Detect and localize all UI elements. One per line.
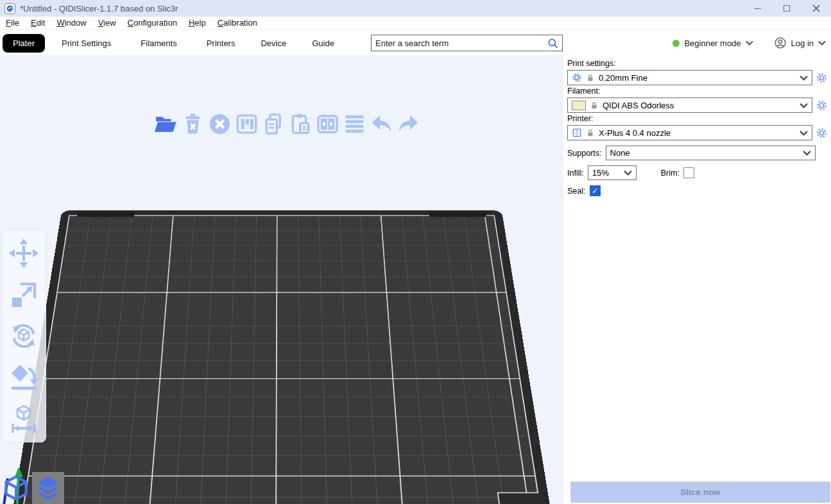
- print-settings-label: Print settings:: [567, 59, 827, 68]
- seal-checkbox[interactable]: ✓: [590, 185, 601, 196]
- chevron-down-icon: [800, 103, 808, 108]
- chevron-down-icon[interactable]: [818, 40, 826, 46]
- brim-label: Brim:: [661, 169, 680, 178]
- delete-icon[interactable]: [180, 111, 206, 137]
- plater-toolbar: [153, 111, 422, 137]
- bed-clip-right: [429, 212, 486, 217]
- paste-icon[interactable]: [287, 111, 314, 137]
- tab-printers[interactable]: Printers: [207, 38, 236, 48]
- slice-now-button[interactable]: Slice now: [570, 482, 830, 503]
- search-input[interactable]: [372, 38, 547, 48]
- printer-value: X-Plus 4 0.4 nozzle: [599, 128, 796, 138]
- chevron-down-icon: [624, 170, 632, 176]
- chevron-down-icon: [800, 130, 808, 136]
- preview-icon[interactable]: [32, 472, 64, 504]
- lock-icon: [586, 73, 595, 83]
- move-icon[interactable]: [6, 236, 41, 271]
- login-button[interactable]: Log in: [791, 38, 814, 48]
- supports-label: Supports:: [567, 149, 602, 158]
- chevron-down-icon: [800, 75, 808, 81]
- measure-icon[interactable]: [6, 401, 41, 436]
- lock-icon: [590, 101, 599, 110]
- print-settings-combo[interactable]: 0.20mm Fine: [567, 70, 812, 85]
- maximize-icon[interactable]: [772, 0, 801, 17]
- minimize-icon[interactable]: [742, 0, 772, 17]
- print-settings-gear-button[interactable]: [816, 72, 827, 83]
- gear-icon: [572, 72, 582, 83]
- view-toolbar: [0, 472, 64, 504]
- infill-combo[interactable]: 15%: [588, 165, 637, 180]
- infill-value: 15%: [592, 168, 620, 178]
- layers-icon[interactable]: [341, 111, 368, 137]
- menu-window[interactable]: Window: [51, 17, 92, 29]
- redo-icon[interactable]: [395, 111, 422, 137]
- bed-clip-left: [77, 212, 135, 217]
- filament-color-swatch: [572, 101, 586, 110]
- menu-view[interactable]: View: [92, 17, 122, 29]
- filament-gear-button[interactable]: [816, 100, 827, 111]
- close-icon[interactable]: [801, 0, 831, 17]
- scale-icon[interactable]: [6, 278, 41, 312]
- split-icon[interactable]: [314, 111, 341, 137]
- rotate-icon[interactable]: [6, 319, 41, 353]
- place-on-face-icon[interactable]: [6, 360, 41, 394]
- infill-label: Infill:: [567, 169, 584, 178]
- supports-combo[interactable]: None: [606, 146, 816, 160]
- print-settings-value: 0.20mm Fine: [599, 73, 796, 83]
- supports-value: None: [610, 148, 799, 158]
- filament-label: Filament:: [567, 87, 827, 96]
- mode-selector[interactable]: Beginner mode: [684, 38, 741, 48]
- open-icon[interactable]: [153, 111, 179, 137]
- qidislicer-logo-icon: [4, 3, 15, 14]
- 3d-editor-view-icon[interactable]: [0, 472, 32, 504]
- tab-plater[interactable]: Plater: [3, 34, 45, 53]
- menu-edit[interactable]: Edit: [25, 17, 51, 29]
- bed-corner-notch: [497, 492, 544, 504]
- menu-help[interactable]: Help: [183, 17, 212, 29]
- printer-combo[interactable]: X-Plus 4 0.4 nozzle: [567, 125, 812, 140]
- tab-device[interactable]: Device: [261, 38, 286, 48]
- user-icon[interactable]: [774, 37, 787, 49]
- filament-value: QIDI ABS Odorless: [603, 101, 796, 110]
- check-icon: ✓: [592, 187, 598, 196]
- undo-icon[interactable]: [368, 111, 395, 137]
- arrange-icon[interactable]: [234, 111, 260, 137]
- menu-calibration[interactable]: Calibration: [212, 17, 263, 29]
- copy-icon[interactable]: [261, 111, 287, 137]
- seal-label: Seal:: [567, 187, 586, 196]
- titlebar: *Untitled - QIDISlicer-1.1.7 based on Sl…: [0, 0, 831, 17]
- print-bed: [9, 210, 554, 504]
- chevron-down-icon[interactable]: [746, 40, 753, 46]
- menu-configuration[interactable]: Configuration: [122, 17, 183, 29]
- tab-guide[interactable]: Guide: [312, 38, 334, 48]
- search-box[interactable]: [371, 35, 563, 51]
- filament-combo[interactable]: QIDI ABS Odorless: [567, 97, 812, 113]
- mode-dot-icon: [673, 40, 680, 47]
- brim-checkbox[interactable]: [683, 167, 694, 178]
- tab-bar: Plater Print Settings Filaments Printers…: [0, 31, 831, 55]
- settings-sidebar: Print settings: 0.20mm Fine Filament: QI…: [563, 55, 831, 504]
- menu-file[interactable]: File: [0, 17, 25, 29]
- printer-icon: [572, 128, 582, 138]
- main-area: Print settings: 0.20mm Fine Filament: QI…: [0, 55, 831, 504]
- bed-frame: [9, 210, 554, 504]
- delete-all-icon[interactable]: [207, 111, 233, 137]
- bed-surface-grid: [20, 215, 543, 504]
- menu-bar: File Edit Window View Configuration Help…: [0, 17, 831, 30]
- lock-icon: [586, 128, 595, 138]
- gizmo-toolbar: [1, 230, 46, 442]
- chevron-down-icon: [803, 150, 811, 156]
- search-icon[interactable]: [547, 37, 559, 49]
- printer-gear-button[interactable]: [816, 128, 827, 139]
- window-title: *Untitled - QIDISlicer-1.1.7 based on Sl…: [20, 4, 178, 13]
- tab-filaments[interactable]: Filaments: [141, 38, 176, 48]
- printer-label: Printer:: [567, 114, 827, 123]
- 3d-viewport[interactable]: [0, 55, 563, 504]
- tab-print-settings[interactable]: Print Settings: [62, 38, 111, 48]
